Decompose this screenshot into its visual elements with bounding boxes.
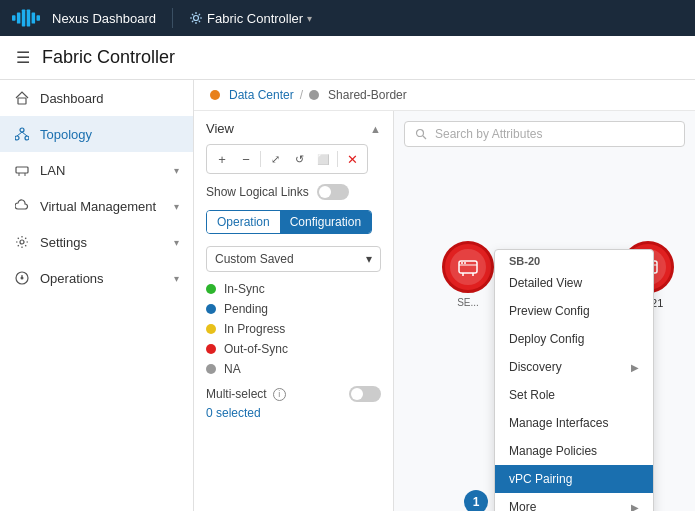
context-menu-item-more[interactable]: More ▶ xyxy=(495,493,653,511)
context-menu-item-manage-interfaces[interactable]: Manage Interfaces xyxy=(495,409,653,437)
legend-item-pending: Pending xyxy=(206,302,381,316)
main-layout: Dashboard Topology LAN ▾ Virtual Managem… xyxy=(0,80,695,511)
view-panel: View ▲ + − ⤢ ↺ ⬜ ✕ Show Logical Links xyxy=(194,111,394,511)
svg-rect-2 xyxy=(22,10,26,27)
toolbar-sep-2 xyxy=(337,151,338,167)
legend-dot-pending xyxy=(206,304,216,314)
legend-label-out-of-sync: Out-of-Sync xyxy=(224,342,288,356)
sidebar-item-virtual-mgmt[interactable]: Virtual Management ▾ xyxy=(0,188,193,224)
context-menu: SB-20 Detailed View Preview Config Deplo… xyxy=(494,249,654,511)
cisco-logo-icon xyxy=(12,8,40,28)
virtual-mgmt-chevron-icon: ▾ xyxy=(174,201,179,212)
legend: In-Sync Pending In Progress Out-of-Sync xyxy=(206,282,381,376)
toolbar-capture-button[interactable]: ⬜ xyxy=(312,148,334,170)
sidebar-item-dashboard[interactable]: Dashboard xyxy=(0,80,193,116)
operations-chevron-icon: ▾ xyxy=(174,273,179,284)
custom-saved-chevron-icon: ▾ xyxy=(366,252,372,266)
controller-label: Fabric Controller xyxy=(207,11,303,26)
multiselect-info-icon: i xyxy=(273,388,286,401)
toolbar-plus-button[interactable]: + xyxy=(211,148,233,170)
nav-app-name: Nexus Dashboard xyxy=(52,11,156,26)
toolbar-minus-button[interactable]: − xyxy=(235,148,257,170)
context-menu-item-vpc-pairing[interactable]: vPC Pairing xyxy=(495,465,653,493)
discovery-arrow-icon: ▶ xyxy=(631,362,639,373)
svg-point-6 xyxy=(194,16,199,21)
context-menu-item-preview-config[interactable]: Preview Config xyxy=(495,297,653,325)
context-menu-item-discovery[interactable]: Discovery ▶ xyxy=(495,353,653,381)
legend-dot-insync xyxy=(206,284,216,294)
node-sb20-sublabel: SE... xyxy=(457,297,479,308)
svg-point-16 xyxy=(20,240,24,244)
search-icon xyxy=(415,128,427,140)
context-menu-item-manage-policies[interactable]: Manage Policies xyxy=(495,437,653,465)
svg-line-20 xyxy=(423,136,426,139)
svg-line-11 xyxy=(17,132,22,136)
app-header-title: Fabric Controller xyxy=(42,47,175,68)
breadcrumb-sep: / xyxy=(300,88,303,102)
toolbar: + − ⤢ ↺ ⬜ ✕ xyxy=(206,144,368,174)
topology-main: View ▲ + − ⤢ ↺ ⬜ ✕ Show Logical Links xyxy=(194,111,695,511)
sidebar-item-settings[interactable]: Settings ▾ xyxy=(0,224,193,260)
node-sb20[interactable]: SE... xyxy=(442,241,494,308)
show-logical-links-label: Show Logical Links xyxy=(206,185,309,199)
more-arrow-icon: ▶ xyxy=(631,502,639,512)
search-bar[interactable]: Search by Attributes xyxy=(404,121,685,147)
show-logical-links-row: Show Logical Links xyxy=(206,184,381,200)
view-panel-header: View ▲ xyxy=(206,121,381,136)
toolbar-expand-button[interactable]: ⤢ xyxy=(264,148,286,170)
svg-rect-1 xyxy=(17,12,21,23)
tab-configuration[interactable]: Configuration xyxy=(280,211,371,233)
topology-canvas[interactable]: Search by Attributes xyxy=(394,111,695,511)
breadcrumb-dot-datacenter xyxy=(210,90,220,100)
nav-fabric-controller[interactable]: Fabric Controller ▾ xyxy=(189,11,312,26)
lan-icon xyxy=(14,162,30,178)
legend-dot-inprogress xyxy=(206,324,216,334)
topology-icon xyxy=(14,126,30,142)
multiselect-label: Multi-select xyxy=(206,387,267,401)
step-indicator: 1 → xyxy=(464,491,482,511)
svg-rect-4 xyxy=(32,12,35,23)
tab-operation[interactable]: Operation xyxy=(207,211,280,233)
node-circle-sb20 xyxy=(442,241,494,293)
home-icon xyxy=(14,90,30,106)
multiselect-row: Multi-select i xyxy=(206,386,381,402)
cisco-logo xyxy=(12,8,40,28)
view-panel-collapse-icon[interactable]: ▲ xyxy=(370,123,381,135)
sidebar-item-topology[interactable]: Topology xyxy=(0,116,193,152)
context-menu-item-set-role[interactable]: Set Role xyxy=(495,381,653,409)
operations-icon xyxy=(14,270,30,286)
toggle-knob xyxy=(319,186,331,198)
show-logical-links-toggle[interactable] xyxy=(317,184,349,200)
sidebar-label-virtual-mgmt: Virtual Management xyxy=(40,199,164,214)
settings-icon xyxy=(14,234,30,250)
sidebar-item-lan[interactable]: LAN ▾ xyxy=(0,152,193,188)
op-config-tabs: Operation Configuration xyxy=(206,210,372,234)
svg-point-19 xyxy=(417,130,424,137)
svg-line-12 xyxy=(22,132,27,136)
custom-saved-label: Custom Saved xyxy=(215,252,294,266)
toolbar-refresh-button[interactable]: ↺ xyxy=(288,148,310,170)
context-menu-item-detailed-view[interactable]: Detailed View xyxy=(495,269,653,297)
breadcrumb-datacenter[interactable]: Data Center xyxy=(229,88,294,102)
sidebar-item-operations[interactable]: Operations ▾ xyxy=(0,260,193,296)
legend-item-out-of-sync: Out-of-Sync xyxy=(206,342,381,356)
context-menu-item-deploy-config[interactable]: Deploy Config xyxy=(495,325,653,353)
toolbar-close-button[interactable]: ✕ xyxy=(341,148,363,170)
sidebar-label-topology: Topology xyxy=(40,127,179,142)
hamburger-icon[interactable]: ☰ xyxy=(16,48,30,67)
svg-rect-0 xyxy=(12,15,16,21)
legend-label-inprogress: In Progress xyxy=(224,322,285,336)
multiselect-toggle[interactable] xyxy=(349,386,381,402)
sidebar-label-lan: LAN xyxy=(40,163,164,178)
selected-count: 0 selected xyxy=(206,406,381,420)
context-menu-node-label: SB-20 xyxy=(495,250,653,269)
sidebar-label-settings: Settings xyxy=(40,235,164,250)
settings-chevron-icon: ▾ xyxy=(174,237,179,248)
breadcrumb-shared-border: Shared-Border xyxy=(328,88,407,102)
svg-point-24 xyxy=(461,262,463,264)
legend-item-insync: In-Sync xyxy=(206,282,381,296)
sidebar-label-operations: Operations xyxy=(40,271,164,286)
gear-icon xyxy=(189,11,203,25)
sidebar-label-dashboard: Dashboard xyxy=(40,91,179,106)
custom-saved-dropdown[interactable]: Custom Saved ▾ xyxy=(206,246,381,272)
